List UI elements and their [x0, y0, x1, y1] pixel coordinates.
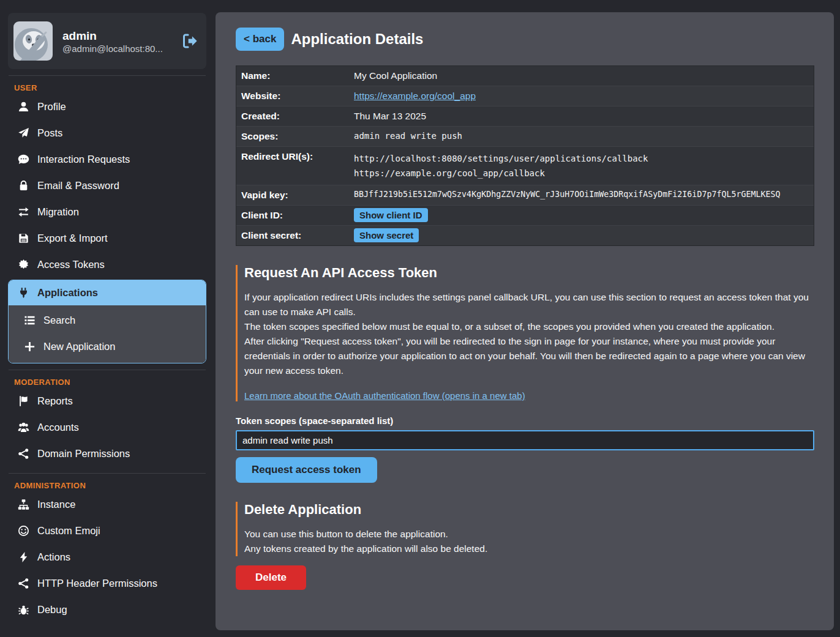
sidebar-item-label: Interaction Requests: [37, 154, 130, 165]
sidebar-item-custom-emoji[interactable]: Custom Emoji: [8, 518, 206, 544]
user-card[interactable]: admin @admin@localhost:80...: [8, 13, 206, 69]
sidebar-item-access-tokens[interactable]: Access Tokens: [8, 251, 206, 278]
delete-button[interactable]: Delete: [236, 565, 306, 590]
section-paragraph: After clicking "Request access token", y…: [244, 334, 814, 378]
certificate-icon: [18, 259, 29, 270]
sidebar-item-export-import[interactable]: Export & Import: [8, 225, 206, 251]
row-label: Client ID:: [236, 206, 349, 225]
sidebar-item-label: Reports: [37, 395, 73, 407]
sidebar-item-domain-permissions[interactable]: Domain Permissions: [8, 441, 206, 467]
sloth-avatar-image: [13, 21, 53, 61]
row-label: Client secret:: [236, 226, 349, 245]
flag-icon: [18, 395, 29, 407]
logout-button[interactable]: [181, 33, 198, 50]
smile-icon: [18, 525, 29, 537]
page-title: Application Details: [291, 31, 423, 48]
paper-plane-icon: [18, 127, 29, 139]
request-access-token-button[interactable]: Request access token: [236, 457, 377, 483]
sidebar-item-applications-search[interactable]: Search: [9, 307, 206, 333]
sidebar-item-label: Debug: [37, 604, 67, 616]
row-value: admin read write push: [349, 127, 814, 145]
sidebar-item-label: HTTP Header Permissions: [37, 578, 157, 589]
lock-icon: [18, 180, 29, 192]
row-label: Created:: [236, 106, 349, 126]
sidebar-item-label: Actions: [37, 551, 70, 563]
bug-icon: [18, 604, 29, 616]
user-card-text: admin @admin@localhost:80...: [62, 28, 163, 54]
table-row-website: Website: https://example.org/cool_app: [236, 86, 814, 106]
show-secret-button[interactable]: Show secret: [354, 228, 419, 242]
show-client-id-button[interactable]: Show client ID: [354, 208, 428, 222]
sidebar-item-label: Migration: [37, 206, 79, 218]
users-icon: [18, 422, 29, 433]
sidebar-item-new-application[interactable]: New Application: [9, 333, 206, 360]
row-label: Vapid key:: [236, 185, 349, 205]
sidebar-item-label: Domain Permissions: [37, 448, 130, 460]
row-label: Scopes:: [236, 127, 349, 146]
sidebar-item-label: Accounts: [37, 422, 79, 433]
token-scopes-label: Token scopes (space-separated list): [236, 415, 814, 426]
delete-application-section: Delete Application You can use this butt…: [236, 502, 814, 556]
sidebar-item-applications-active[interactable]: Applications: [9, 280, 206, 305]
row-label: Redirect URI(s):: [236, 147, 349, 166]
sidebar-item-actions[interactable]: Actions: [8, 544, 206, 570]
user-display-name: admin: [62, 28, 163, 44]
table-row-redirect-uris: Redirect URI(s): http://localhost:8080/s…: [236, 146, 814, 185]
sign-out-icon: [181, 33, 198, 50]
row-label: Name:: [236, 66, 349, 86]
row-label: Website:: [236, 86, 349, 106]
section-paragraph: If your application redirect URIs includ…: [244, 290, 814, 319]
section-label-administration: ADMINISTRATION: [14, 481, 206, 490]
sidebar-item-label: Access Tokens: [37, 259, 105, 270]
table-row-vapid-key: Vapid key: BBJffJ219b5iE512m7wQSzv4KgKDh…: [236, 185, 814, 205]
sidebar-item-label: Email & Password: [37, 180, 119, 192]
sidebar-item-profile[interactable]: Profile: [8, 94, 206, 120]
sidebar-item-debug[interactable]: Debug: [8, 597, 206, 623]
token-scopes-input[interactable]: [236, 430, 814, 450]
website-link[interactable]: https://example.org/cool_app: [354, 91, 476, 101]
user-icon: [18, 101, 29, 113]
sidebar-divider: [9, 75, 206, 76]
redirect-uri: http://localhost:8080/settings/user/appl…: [354, 151, 809, 166]
main-wrapper: < back Application Details Name: My Cool…: [216, 0, 840, 637]
sidebar-item-label: Profile: [37, 101, 66, 113]
row-value: BBJffJ219b5iE512m7wQSzv4KgKDhgZZVzNyWC_r…: [349, 185, 814, 203]
table-row-scopes: Scopes: admin read write push: [236, 126, 814, 146]
applications-group: Applications Search New Application: [8, 280, 206, 363]
row-value: My Cool Application: [349, 66, 814, 86]
section-paragraph: Any tokens created by the application wi…: [244, 542, 814, 556]
section-label-moderation: MODERATION: [14, 378, 206, 387]
sidebar-item-posts[interactable]: Posts: [8, 120, 206, 146]
section-paragraph: You can use this button to delete the ap…: [244, 527, 814, 542]
section-label-user: USER: [14, 83, 206, 92]
page-header: < back Application Details: [236, 28, 814, 51]
plug-icon: [18, 287, 29, 299]
sidebar-item-interaction-requests[interactable]: Interaction Requests: [8, 146, 206, 173]
sidebar-item-http-header-permissions[interactable]: HTTP Header Permissions: [8, 570, 206, 597]
oauth-docs-link[interactable]: Learn more about the OAuth authenticatio…: [244, 390, 525, 401]
redirect-uri: https://example.org/cool_app/callback: [354, 166, 809, 181]
sidebar-divider: [9, 473, 206, 474]
main-panel: < back Application Details Name: My Cool…: [216, 12, 834, 630]
sidebar-item-label: Applications: [37, 287, 98, 299]
application-details-table: Name: My Cool Application Website: https…: [236, 65, 814, 246]
avatar: [13, 21, 53, 61]
sidebar-item-reports[interactable]: Reports: [8, 388, 206, 414]
sidebar-divider: [9, 370, 206, 370]
sidebar-item-email-password[interactable]: Email & Password: [8, 173, 206, 199]
table-row-client-id: Client ID: Show client ID: [236, 205, 814, 225]
sidebar-item-label: Instance: [37, 499, 75, 510]
sidebar-item-accounts[interactable]: Accounts: [8, 414, 206, 441]
sidebar-item-migration[interactable]: Migration: [8, 199, 206, 225]
section-heading: Request An API Access Token: [244, 265, 814, 281]
back-button[interactable]: < back: [236, 28, 284, 51]
sidebar-item-label: New Application: [43, 341, 115, 352]
table-row-client-secret: Client secret: Show secret: [236, 225, 814, 245]
sidebar-item-label: Custom Emoji: [37, 525, 100, 537]
list-icon: [24, 315, 36, 326]
share-nodes-icon: [18, 448, 29, 460]
section-heading: Delete Application: [244, 502, 814, 518]
sidebar-item-instance[interactable]: Instance: [8, 491, 206, 518]
user-handle: @admin@localhost:80...: [62, 43, 163, 54]
floppy-icon: [18, 233, 29, 244]
